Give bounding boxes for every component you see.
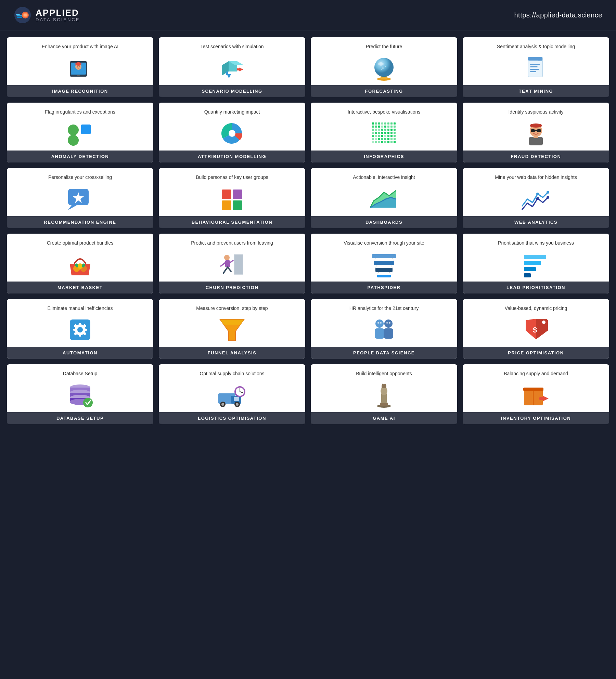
card-body-churn-prediction: Predict and prevent users from leaving xyxy=(159,234,305,282)
card-subtitle-funnel-analysis: Measure conversion, step by step xyxy=(196,305,268,311)
card-people-data-science[interactable]: HR analytics for the 21st century PEOPLE… xyxy=(311,299,457,359)
card-body-image-recognition: Enhance your product with image AI xyxy=(7,37,153,85)
card-market-basket[interactable]: Create optimal product bundles MARKET BA… xyxy=(7,234,153,293)
logo-area: APPLIED DATA SCIENCE xyxy=(14,6,80,24)
card-subtitle-database-setup: Database Setup xyxy=(63,370,97,377)
card-title-image-recognition: IMAGE RECOGNITION xyxy=(7,85,153,97)
card-title-logistics-optimisation: LOGISTICS OPTIMISATION xyxy=(159,412,305,424)
card-scenario-modelling[interactable]: Test scenarios with simulation SCENARIO … xyxy=(159,37,305,97)
card-subtitle-recommendation-engine: Personalise your cross-selling xyxy=(48,174,112,180)
card-title-inventory-optimisation: INVENTORY OPTIMISATION xyxy=(463,412,609,424)
card-title-behavioural-segmentation: BEHAVIOURAL SEGMENTATION xyxy=(159,216,305,228)
svg-point-166 xyxy=(389,322,390,324)
svg-rect-69 xyxy=(381,132,383,134)
card-subtitle-lead-prioritisation: Prioritisation that wins you business xyxy=(498,240,574,246)
svg-rect-137 xyxy=(375,268,393,272)
card-recommendation-engine[interactable]: Personalise your cross-selling RECOMMEND… xyxy=(7,168,153,228)
card-game-ai[interactable]: Build intelligent opponents GAME AI xyxy=(311,364,457,424)
svg-point-183 xyxy=(236,403,239,406)
svg-rect-44 xyxy=(378,122,380,125)
svg-rect-91 xyxy=(375,141,377,143)
card-image-recognition[interactable]: Enhance your product with image AI IMAGE… xyxy=(7,37,153,97)
card-title-text-mining: TEXT MINING xyxy=(463,85,609,97)
logo-applied: APPLIED xyxy=(36,8,80,18)
svg-rect-87 xyxy=(387,138,389,140)
svg-rect-78 xyxy=(384,135,386,137)
card-inventory-optimisation[interactable]: Balancing supply and demand INVENTORY OP… xyxy=(463,364,609,424)
card-body-market-basket: Create optimal product bundles xyxy=(7,234,153,282)
svg-rect-92 xyxy=(378,141,380,143)
svg-rect-140 xyxy=(377,275,391,277)
card-fraud-detection[interactable]: Identify suspicious activity FRAUD DETEC… xyxy=(463,103,609,162)
svg-rect-79 xyxy=(387,135,389,137)
svg-point-26 xyxy=(385,66,386,67)
card-subtitle-logistics-optimisation: Optimal supply chain solutions xyxy=(200,370,264,377)
svg-rect-60 xyxy=(378,129,380,131)
card-text-mining[interactable]: Sentiment analysis & topic modelling TEX… xyxy=(463,37,609,97)
svg-point-101 xyxy=(530,123,542,128)
card-dashboards[interactable]: Actionable, interactive insight DASHBOAR… xyxy=(311,168,457,228)
card-automation[interactable]: Eliminate manual inefficiencies AUTOMATI… xyxy=(7,299,153,359)
svg-rect-131 xyxy=(372,254,396,258)
card-churn-prediction[interactable]: Predict and prevent users from leaving C… xyxy=(159,234,305,293)
cards-grid: Enhance your product with image AI IMAGE… xyxy=(0,30,616,431)
svg-point-161 xyxy=(384,319,393,328)
svg-line-133 xyxy=(393,258,394,261)
svg-rect-160 xyxy=(375,328,384,339)
card-forecasting[interactable]: Predict the future FO xyxy=(311,37,457,97)
svg-point-163 xyxy=(377,322,379,324)
svg-rect-65 xyxy=(394,129,396,131)
card-body-game-ai: Build intelligent opponents xyxy=(311,364,457,412)
card-attribution-modelling[interactable]: Quantify marketing impact ATTRIBUTION MO… xyxy=(159,103,305,162)
svg-rect-70 xyxy=(384,132,386,134)
svg-rect-50 xyxy=(372,126,374,128)
svg-point-39 xyxy=(68,135,79,146)
card-infographics[interactable]: Interactive, bespoke visualisations INFO… xyxy=(311,103,457,162)
card-subtitle-price-optimisation: Value-based, dynamic pricing xyxy=(505,305,567,311)
svg-rect-109 xyxy=(233,190,242,199)
card-behavioural-segmentation[interactable]: Build personas of key user groups BEHAVI… xyxy=(159,168,305,228)
svg-rect-75 xyxy=(375,135,377,137)
svg-rect-73 xyxy=(394,132,396,134)
svg-line-139 xyxy=(389,272,391,275)
svg-rect-93 xyxy=(381,141,383,143)
svg-point-6 xyxy=(24,14,27,16)
card-anomaly-detection[interactable]: Flag irregularities and exceptions ANOMA… xyxy=(7,103,153,162)
card-pathspider[interactable]: Visualise conversion through your site P… xyxy=(311,234,457,293)
svg-rect-61 xyxy=(381,129,383,131)
card-icon-scenario-modelling xyxy=(164,54,300,82)
card-title-people-data-science: PEOPLE DATA SCIENCE xyxy=(311,347,457,359)
card-price-optimisation[interactable]: Value-based, dynamic pricing $ PRICE OPT… xyxy=(463,299,609,359)
card-database-setup[interactable]: Database Setup DATABASE SETUP xyxy=(7,364,153,424)
card-funnel-analysis[interactable]: Measure conversion, step by step FUNNEL … xyxy=(159,299,305,359)
svg-point-176 xyxy=(83,398,93,407)
card-subtitle-image-recognition: Enhance your product with image AI xyxy=(42,43,118,50)
svg-rect-62 xyxy=(384,129,386,131)
card-title-attribution-modelling: ATTRIBUTION MODELLING xyxy=(159,151,305,162)
card-title-recommendation-engine: RECOMMENDATION ENGINE xyxy=(7,216,153,228)
card-body-recommendation-engine: Personalise your cross-selling xyxy=(7,168,153,216)
svg-rect-86 xyxy=(384,138,386,140)
card-title-churn-prediction: CHURN PREDICTION xyxy=(159,282,305,293)
svg-marker-106 xyxy=(68,205,77,210)
svg-rect-83 xyxy=(375,138,377,140)
svg-rect-53 xyxy=(381,126,383,128)
svg-rect-49 xyxy=(394,122,396,125)
card-lead-prioritisation[interactable]: Prioritisation that wins you business LE… xyxy=(463,234,609,293)
card-icon-inventory-optimisation xyxy=(468,381,604,409)
card-title-forecasting: FORECASTING xyxy=(311,85,457,97)
svg-point-159 xyxy=(375,319,384,328)
card-logistics-optimisation[interactable]: Optimal supply chain solutions LOGISTICS… xyxy=(159,364,305,424)
card-web-analytics[interactable]: Mine your web data for hidden insights W… xyxy=(463,168,609,228)
svg-rect-71 xyxy=(387,132,389,134)
svg-rect-96 xyxy=(390,141,393,143)
card-icon-automation xyxy=(12,316,148,343)
card-icon-behavioural-segmentation xyxy=(164,185,300,213)
svg-rect-48 xyxy=(390,122,393,125)
svg-point-23 xyxy=(374,58,394,77)
svg-rect-141 xyxy=(524,255,546,259)
svg-point-10 xyxy=(77,66,78,67)
card-body-funnel-analysis: Measure conversion, step by step xyxy=(159,299,305,347)
svg-point-11 xyxy=(79,66,80,67)
card-icon-dashboards xyxy=(316,185,452,213)
